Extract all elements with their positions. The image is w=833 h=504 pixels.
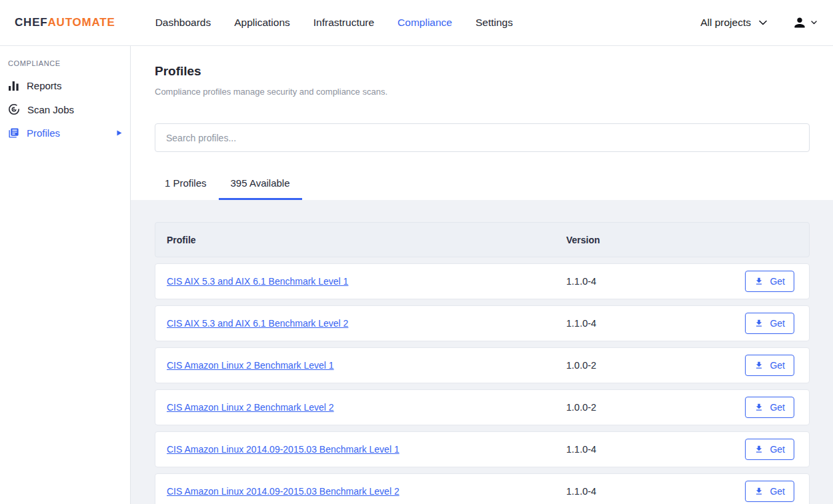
chevron-down-icon [759, 20, 767, 25]
profile-link[interactable]: CIS Amazon Linux 2 Benchmark Level 2 [167, 402, 334, 413]
get-button-label: Get [770, 486, 785, 497]
profile-version: 1.1.0-4 [566, 276, 596, 287]
download-icon [754, 403, 764, 412]
get-button[interactable]: Get [745, 355, 794, 376]
table-row: CIS Amazon Linux 2014.09-2015.03 Benchma… [155, 431, 810, 467]
profile-version: 1.0.0-2 [566, 402, 596, 413]
app-logo: CHEFAUTOMATE [15, 16, 115, 29]
get-button-label: Get [770, 318, 785, 329]
user-menu[interactable] [792, 15, 817, 30]
page-header-area: Profiles Compliance profiles manage secu… [131, 46, 833, 200]
download-icon [754, 361, 764, 370]
download-icon [754, 487, 764, 496]
user-avatar-icon [792, 15, 807, 30]
download-icon [754, 277, 764, 286]
logo-chef: CHEF [15, 16, 47, 29]
sidebar-item-label: Reports [27, 80, 62, 91]
library-icon [8, 127, 19, 139]
search-input[interactable] [155, 123, 810, 152]
primary-nav: Dashboards Applications Infrastructure C… [155, 17, 513, 29]
get-button-label: Get [770, 402, 785, 413]
projects-filter-dropdown[interactable]: All projects [700, 17, 767, 29]
triangle-right-icon [117, 130, 122, 136]
table-row: CIS Amazon Linux 2 Benchmark Level 1 1.0… [155, 347, 810, 383]
sidebar-section-label: COMPLIANCE [0, 59, 130, 67]
projects-filter-label: All projects [700, 17, 751, 29]
top-nav: CHEFAUTOMATE Dashboards Applications Inf… [0, 0, 833, 46]
column-header-profile: Profile [155, 235, 566, 245]
profile-version: 1.1.0-4 [566, 318, 596, 329]
get-button-label: Get [770, 444, 785, 455]
tab-my-profiles[interactable]: 1 Profiles [155, 177, 219, 200]
radar-icon [8, 103, 20, 115]
nav-compliance[interactable]: Compliance [397, 17, 452, 29]
nav-infrastructure[interactable]: Infrastructure [313, 17, 374, 29]
get-button-label: Get [770, 276, 785, 287]
profile-link[interactable]: CIS Amazon Linux 2 Benchmark Level 1 [167, 360, 334, 371]
tab-available[interactable]: 395 Available [219, 177, 302, 200]
sidebar: COMPLIANCE Reports Scan Jobs Profiles [0, 46, 131, 504]
nav-settings[interactable]: Settings [476, 17, 513, 29]
sidebar-item-reports[interactable]: Reports [0, 74, 130, 97]
get-button[interactable]: Get [745, 439, 794, 460]
profile-link[interactable]: CIS AIX 5.3 and AIX 6.1 Benchmark Level … [167, 318, 348, 329]
get-button[interactable]: Get [745, 271, 794, 292]
download-icon [754, 319, 764, 328]
page-title: Profiles [155, 64, 810, 79]
table-row: CIS AIX 5.3 and AIX 6.1 Benchmark Level … [155, 305, 810, 341]
get-button-label: Get [770, 360, 785, 371]
download-icon [754, 445, 764, 454]
nav-dashboards[interactable]: Dashboards [155, 17, 211, 29]
table-row: CIS Amazon Linux 2 Benchmark Level 2 1.0… [155, 389, 810, 425]
nav-applications[interactable]: Applications [234, 17, 290, 29]
profile-link[interactable]: CIS Amazon Linux 2014.09-2015.03 Benchma… [167, 444, 399, 455]
column-header-version: Version [566, 235, 809, 245]
profile-link[interactable]: CIS AIX 5.3 and AIX 6.1 Benchmark Level … [167, 276, 348, 287]
profile-version: 1.0.0-2 [566, 360, 596, 371]
profile-link[interactable]: CIS Amazon Linux 2014.09-2015.03 Benchma… [167, 486, 399, 497]
sidebar-item-scan-jobs[interactable]: Scan Jobs [0, 97, 130, 121]
table-row: CIS AIX 5.3 and AIX 6.1 Benchmark Level … [155, 263, 810, 299]
table-area: Profile Version CIS AIX 5.3 and AIX 6.1 … [131, 200, 833, 504]
profiles-tabs: 1 Profiles 395 Available [155, 177, 810, 200]
sidebar-item-profiles[interactable]: Profiles [0, 121, 130, 145]
get-button[interactable]: Get [745, 397, 794, 418]
get-button[interactable]: Get [745, 313, 794, 334]
chevron-down-icon [811, 21, 817, 25]
main-content: Profiles Compliance profiles manage secu… [131, 46, 833, 504]
logo-automate: AUTOMATE [47, 16, 115, 29]
sidebar-item-label: Profiles [27, 127, 60, 139]
get-button[interactable]: Get [745, 481, 794, 502]
sidebar-item-label: Scan Jobs [27, 104, 74, 115]
bar-chart-icon [8, 80, 19, 91]
page-subtitle: Compliance profiles manage security and … [155, 87, 810, 97]
nav-right: All projects [700, 15, 817, 30]
profile-version: 1.1.0-4 [566, 486, 596, 497]
table-header-row: Profile Version [155, 222, 810, 257]
table-row: CIS Amazon Linux 2014.09-2015.03 Benchma… [155, 473, 810, 504]
profile-version: 1.1.0-4 [566, 444, 596, 455]
